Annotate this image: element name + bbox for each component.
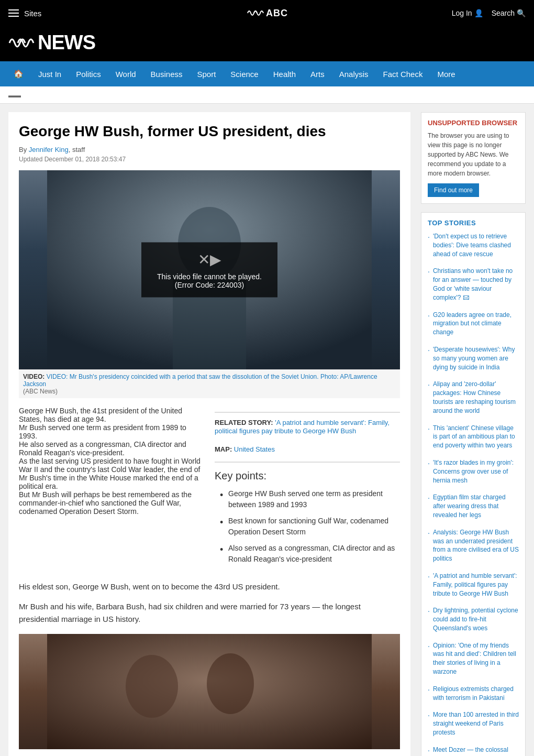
- key-point-2: Best known for sanctioning Gulf War, cod…: [220, 516, 400, 538]
- search-icon: 🔍: [517, 9, 526, 17]
- abc-waves-icon: [246, 7, 265, 19]
- story-bullet-9: ·: [428, 572, 430, 580]
- article-area: George HW Bush, former US president, die…: [8, 112, 410, 756]
- key-points: Key points: George HW Bush served one te…: [215, 462, 400, 565]
- story-bullet-8: ·: [428, 529, 430, 537]
- story-link-14[interactable]: Meet Dozer — the colossal Canadian steer…: [433, 746, 519, 756]
- video-overlay: ✕▶ This video file cannot be played.(Err…: [141, 242, 277, 297]
- nav-world[interactable]: World: [108, 61, 143, 86]
- article-two-col: George HW Bush, the 41st president of th…: [19, 407, 400, 573]
- story-bullet-4: ·: [428, 380, 430, 389]
- body-p4: As the last serving US president to have…: [19, 457, 204, 490]
- top-bar-right: Log In 👤 Search 🔍: [452, 9, 526, 17]
- nav-politics[interactable]: Politics: [69, 61, 108, 86]
- article-title: George HW Bush, former US president, die…: [19, 123, 400, 140]
- nav-home[interactable]: 🏠: [6, 61, 31, 86]
- map-link[interactable]: United States: [234, 445, 275, 453]
- story-item-13: · More than 100 arrested in third straig…: [428, 710, 519, 741]
- story-link-8[interactable]: Analysis: George HW Bush was an underrat…: [433, 528, 519, 563]
- story-link-4[interactable]: Alipay and 'zero-dollar' packages: How C…: [433, 380, 519, 415]
- story-link-11[interactable]: Opinion: 'One of my friends was hit and …: [433, 641, 519, 676]
- story-link-9[interactable]: 'A patriot and humble servant': Family, …: [433, 572, 519, 598]
- story-bullet-13: ·: [428, 711, 430, 719]
- key-point-1: George HW Bush served one term as presid…: [220, 488, 400, 510]
- news-text: NEWS: [38, 31, 95, 54]
- news-header: NEWS: [0, 26, 534, 61]
- related-label: RELATED STORY:: [215, 419, 273, 426]
- search-link[interactable]: Search 🔍: [492, 9, 526, 17]
- story-bullet-11: ·: [428, 642, 430, 650]
- news-waves-icon: [8, 32, 35, 53]
- article-updated: Updated December 01, 2018 20:53:47: [19, 156, 400, 163]
- story-bullet-6: ·: [428, 459, 430, 467]
- story-link-10[interactable]: Dry lightning, potential cyclone could a…: [433, 606, 519, 632]
- abc-text: ABC: [266, 8, 288, 19]
- story-link-1[interactable]: Christians who won't take no for an answ…: [433, 267, 519, 302]
- article-bottom-photo: [19, 634, 400, 749]
- nav-fact-check[interactable]: Fact Check: [376, 61, 430, 86]
- video-error-icon: ✕▶: [154, 250, 265, 268]
- sidebar: UNSUPPORTED BROWSER The browser you are …: [421, 112, 526, 756]
- svg-point-4: [126, 655, 178, 718]
- video-caption: VIDEO: VIDEO: Mr Bush's presidency coinc…: [19, 369, 400, 398]
- main-container: George HW Bush, former US president, die…: [0, 104, 534, 756]
- story-item-2: · G20 leaders agree on trade, migration …: [428, 311, 519, 341]
- article-image: ✕▶ This video file cannot be played.(Err…: [19, 170, 400, 369]
- story-item-5: · This 'ancient' Chinese village is part…: [428, 424, 519, 454]
- story-link-7[interactable]: Egyptian film star charged after wearing…: [433, 493, 519, 519]
- find-out-more-button[interactable]: Find out more: [428, 183, 479, 197]
- story-link-2[interactable]: G20 leaders agree on trade, migration bu…: [433, 311, 519, 337]
- map-line: MAP: United States: [215, 445, 400, 453]
- story-bullet-14: ·: [428, 746, 430, 754]
- story-item-1: · Christians who won't take no for an an…: [428, 267, 519, 306]
- story-link-13[interactable]: More than 100 arrested in third straight…: [433, 710, 519, 737]
- story-link-0[interactable]: 'Don't expect us to retrieve bodies': Di…: [433, 232, 519, 258]
- sites-label[interactable]: Sites: [24, 9, 41, 18]
- key-point-3: Also served as a congressman, CIA direct…: [220, 543, 400, 565]
- home-icon: 🏠: [14, 69, 24, 79]
- story-link-3[interactable]: 'Desperate housewives': Why so many youn…: [433, 345, 519, 371]
- author-link[interactable]: Jennifer King: [29, 146, 69, 154]
- article-bottom-image: [19, 634, 400, 749]
- login-label: Log In: [452, 9, 472, 17]
- story-item-8: · Analysis: George HW Bush was an underr…: [428, 528, 519, 567]
- video-caption-link[interactable]: VIDEO: Mr Bush's presidency coincided wi…: [23, 373, 377, 388]
- nav-health[interactable]: Health: [266, 61, 303, 86]
- story-item-9: · 'A patriot and humble servant': Family…: [428, 572, 519, 602]
- hamburger-menu[interactable]: [8, 9, 19, 17]
- nav-analysis[interactable]: Analysis: [332, 61, 376, 86]
- top-bar: Sites ABC Log In 👤 Search 🔍: [0, 0, 534, 26]
- related-story: RELATED STORY: 'A patriot and humble ser…: [215, 412, 400, 440]
- body-p2: Mr Bush served one term as president fro…: [19, 423, 204, 440]
- body-p1: George HW Bush, the 41st president of th…: [19, 407, 204, 423]
- byline-prefix: By: [19, 146, 29, 154]
- story-item-7: · Egyptian film star charged after weari…: [428, 493, 519, 523]
- key-points-title: Key points:: [215, 470, 400, 482]
- story-item-11: · Opinion: 'One of my friends was hit an…: [428, 641, 519, 681]
- story-item-4: · Alipay and 'zero-dollar' packages: How…: [428, 380, 519, 419]
- abc-news-logo: NEWS: [8, 31, 95, 54]
- nav-more[interactable]: More: [430, 61, 462, 86]
- nav-science[interactable]: Science: [223, 61, 265, 86]
- breadcrumb: ▬▬: [8, 92, 21, 99]
- story-item-12: · Religious extremists charged with terr…: [428, 685, 519, 707]
- nav-arts[interactable]: Arts: [303, 61, 332, 86]
- login-link[interactable]: Log In 👤: [452, 9, 483, 17]
- nav-business[interactable]: Business: [143, 61, 190, 86]
- author-suffix: , staff: [69, 146, 85, 154]
- story-link-5[interactable]: This 'ancient' Chinese village is part o…: [433, 424, 519, 450]
- unsupported-browser-box: UNSUPPORTED BROWSER The browser you are …: [421, 112, 526, 204]
- map-label: MAP:: [215, 445, 232, 453]
- story-item-3: · 'Desperate housewives': Why so many yo…: [428, 345, 519, 376]
- story-item-0: · 'Don't expect us to retrieve bodies': …: [428, 232, 519, 262]
- unsupported-title: UNSUPPORTED BROWSER: [428, 119, 519, 127]
- abc-logo-container: ABC: [246, 7, 288, 19]
- story-item-6: · 'It's razor blades in my groin': Conce…: [428, 458, 519, 489]
- nav-sport[interactable]: Sport: [190, 61, 223, 86]
- search-label: Search: [492, 9, 515, 17]
- story-link-6[interactable]: 'It's razor blades in my groin': Concern…: [433, 458, 519, 485]
- story-link-12[interactable]: Religious extremists charged with terror…: [433, 685, 519, 703]
- story-bullet-12: ·: [428, 685, 430, 694]
- story-bullet-7: ·: [428, 494, 430, 502]
- nav-just-in[interactable]: Just In: [31, 61, 69, 86]
